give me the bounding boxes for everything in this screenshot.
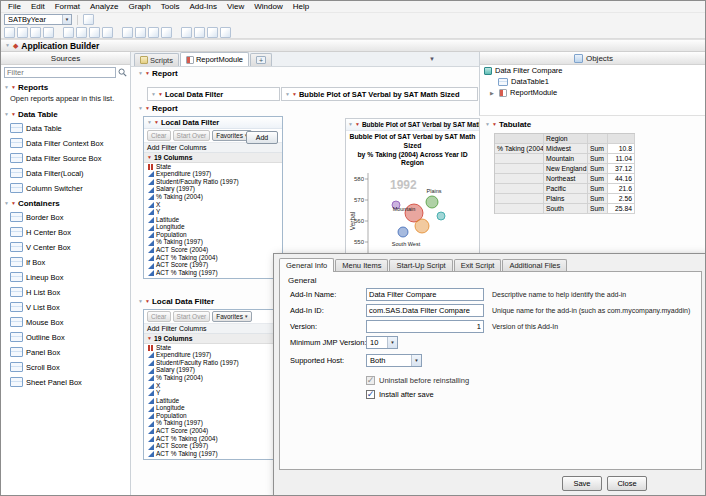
section-data-table[interactable]: ▼ ▼ Data Table bbox=[1, 107, 130, 121]
application-builder-icon[interactable] bbox=[194, 27, 205, 38]
uninstall-checkbox[interactable]: ✓ bbox=[366, 376, 375, 385]
filter-column-item[interactable]: Latitude bbox=[144, 397, 282, 405]
tabulate-outline[interactable]: ▼ ▼ Tabulate bbox=[485, 120, 637, 129]
new-data-table-icon[interactable] bbox=[148, 27, 159, 38]
local-data-filter-outline-2[interactable]: ▼ ▼ Local Data Filter bbox=[138, 297, 214, 306]
undo-icon[interactable] bbox=[122, 27, 133, 38]
new-journal-icon[interactable] bbox=[181, 27, 192, 38]
supported-host-select[interactable]: Both ▼ bbox=[366, 354, 422, 367]
filter-column-item[interactable]: ACT % Taking (2004) bbox=[144, 254, 282, 262]
expand-arrow-icon[interactable]: ▶ bbox=[490, 90, 496, 96]
source-item[interactable]: Data Filter(Local) bbox=[1, 166, 130, 181]
tab-menu-items[interactable]: Menu Items bbox=[335, 259, 388, 271]
filter-column-item[interactable]: Longitude bbox=[144, 224, 282, 232]
red-triangle-icon[interactable]: ▼ bbox=[11, 85, 16, 90]
red-triangle-icon[interactable]: ▼ bbox=[158, 92, 163, 97]
chevron-down-icon[interactable]: ▼ bbox=[429, 56, 435, 62]
disclosure-icon[interactable]: ▼ bbox=[4, 112, 9, 117]
local-data-filter-title[interactable]: ▼ ▼ Local Data Filter bbox=[144, 117, 282, 129]
print-preview-icon[interactable] bbox=[63, 27, 74, 38]
menu-item[interactable]: Window bbox=[249, 1, 287, 13]
disclosure-icon[interactable]: ▼ bbox=[4, 85, 9, 90]
filter-column-item[interactable]: Expenditure (1997) bbox=[144, 171, 282, 179]
red-triangle-icon[interactable]: ▼ bbox=[145, 106, 150, 111]
filter-column-item[interactable]: Student/Faculty Ratio (1997) bbox=[144, 178, 282, 186]
menu-item[interactable]: Graph bbox=[124, 1, 156, 13]
script-combo[interactable]: SATByYear ▼ bbox=[4, 14, 72, 25]
menu-item[interactable]: Analyze bbox=[85, 1, 123, 13]
red-triangle-icon[interactable]: ▼ bbox=[145, 71, 150, 76]
red-triangle-icon[interactable]: ▼ bbox=[292, 92, 297, 97]
red-triangle-icon[interactable]: ▼ bbox=[11, 112, 16, 117]
source-item[interactable]: Border Box bbox=[1, 210, 130, 225]
filter-column-item[interactable]: ACT Score (2004) bbox=[144, 428, 282, 436]
chevron-down-icon[interactable]: ▼ bbox=[62, 15, 71, 24]
filter-column-item[interactable]: Salary (1997) bbox=[144, 367, 282, 375]
section-containers[interactable]: ▼ ▼ Containers bbox=[1, 196, 130, 210]
print-icon[interactable] bbox=[43, 27, 54, 38]
source-item[interactable]: Data Filter Source Box bbox=[1, 151, 130, 166]
new-file-icon[interactable] bbox=[4, 27, 15, 38]
local-data-filter-panel-back[interactable]: ▼ ▼ Local Data Filter bbox=[147, 87, 280, 101]
object-row-reportmodule[interactable]: ▶ ReportModule bbox=[480, 87, 706, 98]
disclosure-icon[interactable]: ▼ bbox=[138, 299, 143, 304]
copy-icon[interactable] bbox=[89, 27, 100, 38]
run-script-icon[interactable] bbox=[83, 14, 94, 25]
filter-column-item[interactable]: State bbox=[144, 344, 282, 352]
version-input[interactable] bbox=[366, 320, 484, 333]
disclosure-icon[interactable]: ▼ bbox=[138, 106, 143, 111]
menu-item[interactable]: Format bbox=[50, 1, 85, 13]
section-reports[interactable]: ▼ ▼ Reports bbox=[1, 80, 130, 94]
source-item[interactable]: Scroll Box bbox=[1, 360, 130, 375]
menu-item[interactable]: Add-Ins bbox=[184, 1, 222, 13]
menu-item[interactable]: Edit bbox=[26, 1, 50, 13]
source-item[interactable]: V Center Box bbox=[1, 240, 130, 255]
red-triangle-icon[interactable]: ▼ bbox=[145, 299, 150, 304]
tab-reportmodule[interactable]: ReportModule bbox=[180, 52, 249, 66]
tab-startup-script[interactable]: Start-Up Script bbox=[389, 259, 452, 271]
start-over-button[interactable]: Start Over bbox=[173, 130, 211, 141]
install-after-save-row[interactable]: ✓ Install after save bbox=[366, 390, 434, 399]
filter-column-item[interactable]: Salary (1997) bbox=[144, 186, 282, 194]
red-triangle-icon[interactable]: ▼ bbox=[11, 201, 16, 206]
bubble-plot-panel-back[interactable]: ▼ ▼ Bubble Plot of SAT Verbal by SAT Mat… bbox=[281, 87, 478, 101]
addin-name-input[interactable] bbox=[366, 288, 484, 301]
start-over-button[interactable]: Start Over bbox=[173, 311, 211, 322]
red-triangle-icon[interactable]: ▼ bbox=[154, 120, 159, 125]
disclosure-icon[interactable]: ▼ bbox=[4, 201, 9, 206]
disclosure-icon[interactable]: ▼ bbox=[348, 122, 353, 127]
source-item[interactable]: Data Filter Context Box bbox=[1, 136, 130, 151]
menu-item[interactable]: Help bbox=[288, 1, 314, 13]
open-file-icon[interactable] bbox=[17, 27, 28, 38]
zoom-icon[interactable] bbox=[207, 27, 218, 38]
menu-item[interactable]: View bbox=[222, 1, 249, 13]
disclosure-icon[interactable]: ▼ bbox=[151, 92, 156, 97]
tab-exit-script[interactable]: Exit Script bbox=[454, 259, 502, 271]
bubble-plot-outline[interactable]: ▼ ▼ Bubble Plot of SAT Verbal by SAT Mat… bbox=[346, 119, 479, 131]
help-icon[interactable] bbox=[220, 27, 231, 38]
object-row-datatable[interactable]: DataTable1 bbox=[480, 76, 706, 87]
source-item[interactable]: H Center Box bbox=[1, 225, 130, 240]
add-button[interactable]: Add bbox=[246, 131, 278, 144]
filter-column-item[interactable]: ACT % Taking (1997) bbox=[144, 450, 282, 458]
clear-button[interactable]: Clear bbox=[147, 311, 171, 322]
filter-column-item[interactable]: Expenditure (1997) bbox=[144, 352, 282, 360]
disclosure-icon[interactable]: ▼ bbox=[485, 122, 490, 127]
new-script-icon[interactable] bbox=[161, 27, 172, 38]
source-item[interactable]: V List Box bbox=[1, 300, 130, 315]
filter-column-item[interactable]: State bbox=[144, 163, 282, 171]
uninstall-checkbox-row[interactable]: ✓ Uninstall before reinstalling bbox=[366, 376, 469, 385]
source-item[interactable]: If Box bbox=[1, 255, 130, 270]
filter-column-item[interactable]: Population bbox=[144, 412, 282, 420]
filter-column-item[interactable]: Longitude bbox=[144, 405, 282, 413]
source-item[interactable]: H List Box bbox=[1, 285, 130, 300]
source-item[interactable]: Data Table bbox=[1, 121, 130, 136]
redo-icon[interactable] bbox=[135, 27, 146, 38]
min-jmp-version-select[interactable]: 10 ▼ bbox=[366, 336, 398, 349]
filter-column-item[interactable]: X bbox=[144, 382, 282, 390]
filter-column-item[interactable]: Population bbox=[144, 231, 282, 239]
source-item[interactable]: Panel Box bbox=[1, 345, 130, 360]
tab-general-info[interactable]: General Info bbox=[279, 258, 334, 272]
source-item[interactable]: Mouse Box bbox=[1, 315, 130, 330]
source-item[interactable]: Column Switcher bbox=[1, 181, 130, 196]
